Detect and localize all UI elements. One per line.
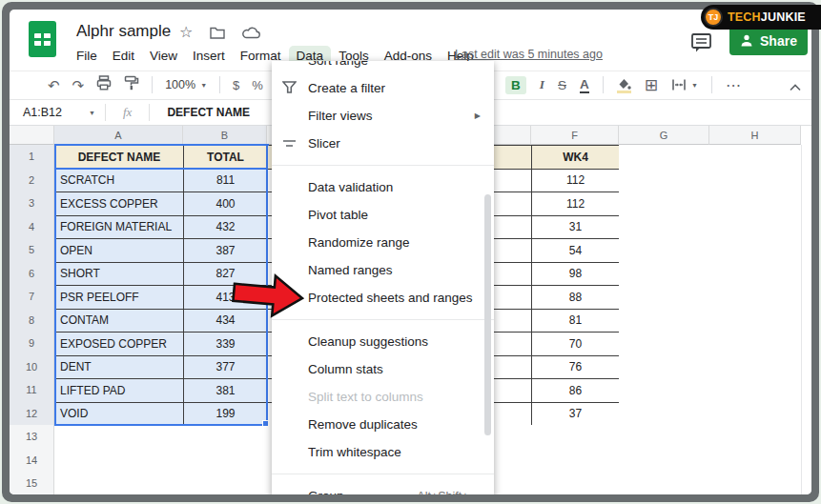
cell-A8[interactable]: CONTAM [54, 309, 184, 333]
cell-B12[interactable]: 199 [183, 402, 268, 427]
cell-B14[interactable] [183, 449, 268, 474]
cell-A4[interactable]: FOREIGN MATERIAL [54, 215, 184, 240]
cell-B3[interactable]: 400 [183, 192, 268, 216]
menu-edit[interactable]: Edit [105, 46, 142, 66]
menu-item-group[interactable]: GroupAlt+Shift+→ [272, 482, 494, 494]
menu-item-sort-range-clipped[interactable]: Sort range [272, 61, 494, 74]
cell-A15[interactable] [54, 472, 184, 494]
row-header-15[interactable]: 15 [10, 472, 54, 494]
menu-item-filter-views[interactable]: Filter views▶ [272, 102, 494, 130]
row-header-9[interactable]: 9 [10, 332, 54, 356]
cell-F4[interactable]: 31 [531, 215, 620, 240]
menu-item-cleanup-suggestions[interactable]: Cleanup suggestions [272, 328, 494, 355]
cell-B2[interactable]: 811 [183, 169, 268, 193]
menu-item-slicer[interactable]: Slicer [272, 130, 494, 157]
cell-A10[interactable]: DENT [54, 355, 184, 380]
selection-fill-handle[interactable] [262, 420, 269, 427]
row-header-5[interactable]: 5 [10, 238, 54, 263]
row-header-10[interactable]: 10 [10, 355, 54, 380]
cell-G6[interactable] [619, 262, 710, 287]
row-header-8[interactable]: 8 [10, 309, 54, 333]
menu-scrollbar[interactable] [484, 194, 491, 435]
more-options-button[interactable]: ⋯ [726, 78, 741, 92]
redo-icon[interactable]: ↷ [72, 78, 85, 92]
cell-B11[interactable]: 381 [183, 378, 268, 403]
cell-A13[interactable] [54, 425, 184, 450]
cell-F14[interactable] [531, 449, 620, 474]
cell-H5[interactable] [709, 238, 802, 263]
star-icon[interactable]: ☆ [179, 25, 193, 40]
menu-item-data-validation[interactable]: Data validation [272, 173, 494, 201]
cell-A5[interactable]: OPEN [54, 238, 184, 263]
cell-A12[interactable]: VOID [54, 402, 184, 427]
cell-H9[interactable] [709, 332, 802, 356]
menu-item-trim-whitespace[interactable]: Trim whitespace [272, 438, 494, 466]
fill-color-button[interactable] [617, 77, 631, 93]
column-header-H[interactable]: H [709, 126, 801, 145]
column-header-B[interactable]: B [183, 126, 267, 145]
cell-F11[interactable]: 86 [531, 378, 620, 403]
cell-F6[interactable]: 98 [531, 262, 620, 287]
cell-H14[interactable] [709, 449, 802, 474]
cell-B5[interactable]: 387 [183, 238, 268, 263]
row-header-14[interactable]: 14 [10, 449, 54, 474]
cell-A11[interactable]: LIFTED PAD [54, 378, 184, 403]
cell-A2[interactable]: SCRATCH [54, 169, 184, 193]
menu-file[interactable]: File [69, 46, 105, 66]
cell-G13[interactable] [619, 425, 710, 450]
print-icon[interactable] [96, 75, 112, 94]
cell-G1[interactable] [619, 145, 710, 170]
cell-F2[interactable]: 112 [531, 169, 620, 193]
borders-button[interactable]: ⊞ [645, 78, 658, 92]
cell-F3[interactable]: 112 [531, 192, 620, 216]
cell-F12[interactable]: 37 [531, 402, 620, 427]
grid-corner[interactable] [10, 126, 54, 145]
cell-B13[interactable] [183, 425, 268, 450]
cell-H15[interactable] [709, 472, 802, 494]
zoom-select[interactable]: 100%▼ [165, 78, 207, 91]
menu-item-remove-duplicates[interactable]: Remove duplicates [272, 411, 494, 438]
cell-H4[interactable] [709, 215, 802, 240]
cell-G3[interactable] [619, 192, 710, 216]
cell-F1[interactable]: WK4 [531, 145, 620, 170]
comment-icon[interactable] [690, 32, 713, 53]
text-color-button[interactable]: A [580, 77, 589, 93]
bold-button[interactable]: B [505, 76, 526, 94]
row-header-4[interactable]: 4 [10, 215, 54, 240]
row-header-3[interactable]: 3 [10, 192, 54, 216]
cell-H6[interactable] [709, 262, 802, 287]
cell-A9[interactable]: EXPOSED COPPER [54, 332, 184, 356]
cell-F7[interactable]: 88 [531, 285, 620, 310]
cell-G11[interactable] [619, 378, 710, 403]
collapse-toolbar-icon[interactable] [789, 78, 802, 95]
cell-H13[interactable] [709, 425, 802, 450]
cell-G14[interactable] [619, 449, 710, 474]
cell-H10[interactable] [709, 355, 802, 380]
cell-A7[interactable]: PSR PEELOFF [54, 285, 184, 310]
currency-format-button[interactable]: $ [233, 78, 239, 92]
row-header-6[interactable]: 6 [10, 262, 54, 287]
cell-H11[interactable] [709, 378, 802, 403]
column-header-G[interactable]: G [619, 126, 709, 145]
cell-G12[interactable] [619, 402, 710, 427]
cell-B9[interactable]: 339 [183, 332, 268, 356]
row-header-11[interactable]: 11 [10, 378, 54, 403]
cell-F8[interactable]: 81 [531, 309, 620, 333]
cell-G15[interactable] [619, 472, 710, 494]
cell-A1[interactable]: DEFECT NAME [54, 145, 184, 170]
cell-B4[interactable]: 432 [183, 215, 268, 240]
folder-icon[interactable] [210, 27, 225, 42]
formula-input[interactable]: DEFECT NAME [167, 106, 250, 119]
share-button[interactable]: Share [729, 26, 808, 55]
cell-H8[interactable] [709, 309, 802, 333]
menu-item-column-stats[interactable]: Column stats [272, 355, 494, 383]
menu-item-pivot-table[interactable]: Pivot table [272, 201, 494, 229]
cell-A6[interactable]: SHORT [54, 262, 184, 287]
cell-G5[interactable] [619, 238, 710, 263]
row-header-2[interactable]: 2 [10, 169, 54, 193]
italic-button[interactable]: I [540, 77, 544, 92]
column-header-F[interactable]: F [531, 126, 619, 145]
row-header-12[interactable]: 12 [10, 402, 54, 427]
percent-format-button[interactable]: % [252, 78, 263, 92]
cell-G10[interactable] [619, 355, 710, 380]
